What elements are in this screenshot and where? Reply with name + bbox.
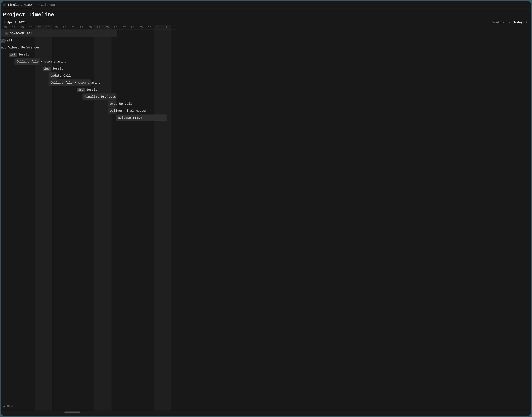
timeline-bar[interactable]: Collab: file + stem sharing — [14, 58, 40, 65]
new-label: New — [7, 405, 13, 408]
timeline-item[interactable]: cof call — [1, 37, 12, 44]
day-column — [52, 30, 60, 414]
day-column — [137, 30, 145, 414]
svg-rect-0 — [4, 4, 6, 6]
day-column — [18, 30, 26, 414]
item-label: Session — [52, 67, 65, 71]
day-label: 25 — [103, 26, 111, 29]
timeline-bar[interactable]: Update Call — [49, 72, 57, 79]
svg-rect-3 — [37, 4, 39, 6]
day-label: 30 — [145, 26, 154, 29]
new-row-button[interactable]: New — [3, 405, 13, 408]
timeline-header: April 2021 Month Today — [1, 19, 531, 25]
plus-icon — [3, 405, 6, 408]
day-label: 1 — [154, 26, 162, 29]
timeline-bar[interactable]: Release (TBD) — [116, 115, 167, 121]
day-label: 26 — [111, 26, 120, 29]
day-label: 21 — [69, 26, 77, 29]
day-label: 20 — [60, 26, 69, 29]
day-label: 29 — [137, 26, 145, 29]
day-column — [10, 30, 18, 414]
today-button[interactable]: Today — [512, 21, 524, 24]
day-label: 28 — [128, 26, 137, 29]
timeline-bar[interactable]: Wrap Up Call — [108, 100, 116, 107]
day-label: 17 — [35, 26, 43, 29]
bar-label: Finalize Projects — [84, 95, 116, 99]
day-column — [26, 30, 35, 414]
day-column — [35, 30, 43, 414]
timeline-bar[interactable]: ←SONGCAMP 001 — [1, 30, 117, 37]
day-column — [154, 30, 162, 414]
app-window: Timeline view Calendar Project Timeline … — [1, 1, 531, 416]
timeline-bar[interactable]: Collab: file + stem sharing — [49, 79, 91, 86]
day-label: 22 — [77, 26, 86, 29]
zoom-label: Month — [492, 21, 502, 24]
prev-button[interactable] — [507, 20, 512, 25]
day-column — [103, 30, 111, 414]
tab-label: Timeline view — [8, 3, 32, 7]
month-label: April 2021 — [7, 21, 26, 24]
chevron-down-icon — [502, 21, 505, 24]
bar-label: Update Call — [51, 74, 71, 78]
chevron-right-icon — [525, 21, 528, 23]
view-tabs: Timeline view Calendar — [1, 1, 531, 9]
timeline-item[interactable]: 3rdSession — [75, 86, 99, 93]
tab-timeline-view[interactable]: Timeline view — [3, 2, 32, 9]
next-button[interactable] — [524, 20, 529, 25]
expand-icon[interactable] — [3, 21, 6, 24]
timeline-bar[interactable]: Deliver Final Master — [108, 107, 116, 114]
item-label: Session — [86, 88, 99, 92]
day-column — [60, 30, 69, 414]
bar-label: Collab: file + stem sharing — [16, 60, 66, 63]
item-chip: 3rd — [77, 88, 85, 92]
bar-label: Deliver Final Master — [110, 109, 147, 113]
timeline-item[interactable]: ←Moodboarding. Vibes. References. — [1, 44, 42, 51]
calendar-icon — [37, 4, 40, 6]
horizontal-scrollbar[interactable] — [1, 411, 531, 414]
item-label: Moodboarding. Vibes. References. — [1, 46, 42, 50]
day-header-row: 13141516171819202122232425262728293012 — [1, 25, 176, 30]
day-label: 19 — [52, 26, 60, 29]
item-label: Session — [18, 53, 31, 56]
day-column — [120, 30, 128, 414]
day-label: 14 — [10, 26, 18, 29]
tab-label: Calendar — [41, 3, 56, 7]
bar-label: Collab: file + stem sharing — [51, 81, 100, 84]
day-column — [128, 30, 137, 414]
timeline-inner: 13141516171819202122232425262728293012 ←… — [1, 25, 176, 414]
day-label: 23 — [86, 26, 94, 29]
item-chip: 2nd — [43, 67, 51, 71]
day-label: 2 — [162, 26, 171, 29]
day-column — [111, 30, 120, 414]
bars-area: ←SONGCAMP 001cof call←Moodboarding. Vibe… — [1, 30, 176, 414]
day-label: 27 — [120, 26, 128, 29]
item-chip: 1st — [9, 53, 17, 57]
overflow-left-icon[interactable]: ← — [5, 32, 9, 35]
day-label: 24 — [94, 26, 103, 29]
timeline-item[interactable]: 2ndSession — [41, 65, 65, 72]
timeline-item[interactable]: 1stSession — [7, 51, 31, 58]
zoom-select[interactable]: Month — [492, 21, 505, 24]
day-column — [162, 30, 171, 414]
day-column — [1, 30, 10, 414]
chevron-left-icon — [508, 21, 511, 23]
day-column — [145, 30, 154, 414]
timeline-icon — [3, 4, 6, 6]
timeline-area[interactable]: 13141516171819202122232425262728293012 ←… — [1, 25, 531, 414]
day-label: 15 — [18, 26, 26, 29]
day-label: 18 — [43, 26, 52, 29]
page-title: Project Timeline — [1, 9, 531, 19]
bar-label: SONGCAMP 001 — [10, 32, 32, 35]
scrollbar-thumb[interactable] — [64, 412, 80, 413]
bar-label: Release (TBD) — [118, 116, 142, 120]
day-label: 13 — [1, 26, 10, 29]
bar-label: Wrap Up Call — [110, 102, 132, 106]
day-label: 16 — [26, 26, 35, 29]
item-chip: of — [1, 39, 5, 43]
tab-calendar[interactable]: Calendar — [36, 2, 56, 9]
timeline-bar[interactable]: Finalize Projects — [82, 94, 116, 100]
day-column — [43, 30, 52, 414]
